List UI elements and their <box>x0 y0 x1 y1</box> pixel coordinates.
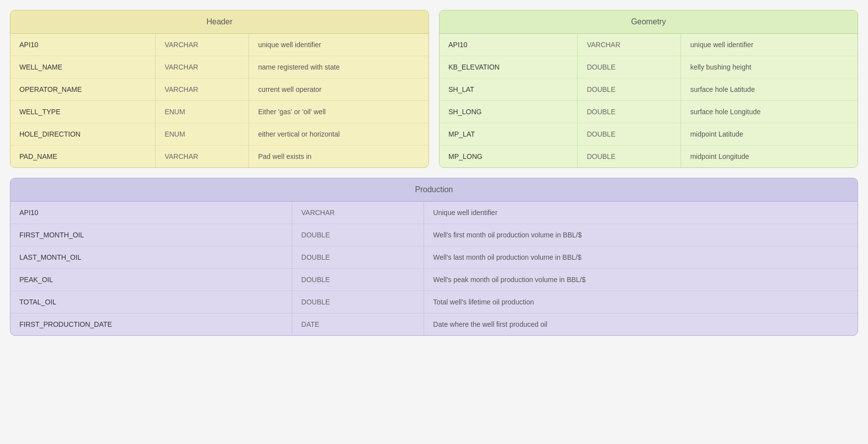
table-row: OPERATOR_NAMEVARCHARcurrent well operato… <box>10 78 429 101</box>
geometry-table: Geometry API10VARCHARunique well identif… <box>439 10 858 168</box>
field-type: DOUBLE <box>578 56 681 78</box>
field-description: unique well identifier <box>249 34 429 56</box>
header-table-title: Header <box>10 10 429 34</box>
table-row: WELL_TYPEENUMEither 'gas' or 'oil' well <box>10 101 429 123</box>
table-row: MP_LONGDOUBLEmidpoint Longitude <box>439 146 858 168</box>
field-name: MP_LONG <box>439 146 578 168</box>
field-description: kelly bushing height <box>681 56 858 78</box>
field-type: VARCHAR <box>292 202 424 224</box>
field-name: LAST_MONTH_OIL <box>10 246 292 269</box>
field-name: TOTAL_OIL <box>10 291 292 313</box>
field-description: midpoint Longitude <box>681 146 858 168</box>
field-name: SH_LAT <box>439 78 578 101</box>
field-type: VARCHAR <box>578 34 681 56</box>
field-type: VARCHAR <box>156 146 249 168</box>
table-row: PEAK_OILDOUBLEWell's peak month oil prod… <box>10 269 858 291</box>
field-type: DOUBLE <box>292 246 424 269</box>
field-name: API10 <box>10 202 292 224</box>
table-row: MP_LATDOUBLEmidpoint Latitude <box>439 123 858 146</box>
field-name: PAD_NAME <box>10 146 156 168</box>
field-name: API10 <box>10 34 156 56</box>
field-description: Total well's lifetime oil production <box>424 291 858 313</box>
field-description: Pad well exists in <box>249 146 429 168</box>
table-row: API10VARCHARunique well identifier <box>439 34 858 56</box>
field-description: current well operator <box>249 78 429 101</box>
field-type: ENUM <box>156 101 249 123</box>
field-description: Well's peak month oil production volume … <box>424 269 858 291</box>
field-type: VARCHAR <box>156 56 249 78</box>
field-type: VARCHAR <box>156 34 249 56</box>
field-description: Either 'gas' or 'oil' well <box>249 101 429 123</box>
table-row: LAST_MONTH_OILDOUBLEWell's last month oi… <box>10 246 858 269</box>
field-type: DOUBLE <box>292 291 424 313</box>
field-type: DATE <box>292 313 424 336</box>
field-name: KB_ELEVATION <box>439 56 578 78</box>
table-row: SH_LONGDOUBLEsurface hole Longitude <box>439 101 858 123</box>
production-table-title: Production <box>10 178 858 202</box>
field-name: PEAK_OIL <box>10 269 292 291</box>
table-row: HOLE_DIRECTIONENUMeither vertical or hor… <box>10 123 429 146</box>
field-description: Well's last month oil production volume … <box>424 246 858 269</box>
field-name: FIRST_PRODUCTION_DATE <box>10 313 292 336</box>
table-row: KB_ELEVATIONDOUBLEkelly bushing height <box>439 56 858 78</box>
field-description: either vertical or horizontal <box>249 123 429 146</box>
field-name: HOLE_DIRECTION <box>10 123 156 146</box>
field-type: DOUBLE <box>292 269 424 291</box>
geometry-table-title: Geometry <box>439 10 858 34</box>
field-description: Well's first month oil production volume… <box>424 224 858 246</box>
field-name: MP_LAT <box>439 123 578 146</box>
table-row: SH_LATDOUBLEsurface hole Latitude <box>439 78 858 101</box>
field-type: DOUBLE <box>292 224 424 246</box>
field-name: SH_LONG <box>439 101 578 123</box>
field-type: DOUBLE <box>578 78 681 101</box>
field-name: WELL_TYPE <box>10 101 156 123</box>
field-name: FIRST_MONTH_OIL <box>10 224 292 246</box>
field-description: Date where the well first produced oil <box>424 313 858 336</box>
production-table: Production API10VARCHARUnique well ident… <box>10 178 858 336</box>
field-description: surface hole Latitude <box>681 78 858 101</box>
table-row: PAD_NAMEVARCHARPad well exists in <box>10 146 429 168</box>
table-row: FIRST_PRODUCTION_DATEDATEDate where the … <box>10 313 858 336</box>
table-row: FIRST_MONTH_OILDOUBLEWell's first month … <box>10 224 858 246</box>
table-row: API10VARCHARUnique well identifier <box>10 202 858 224</box>
field-type: ENUM <box>156 123 249 146</box>
table-row: WELL_NAMEVARCHARname registered with sta… <box>10 56 429 78</box>
field-description: Unique well identifier <box>424 202 858 224</box>
header-table: Header API10VARCHARunique well identifie… <box>10 10 429 168</box>
table-row: API10VARCHARunique well identifier <box>10 34 429 56</box>
field-type: DOUBLE <box>578 146 681 168</box>
field-name: WELL_NAME <box>10 56 156 78</box>
field-type: DOUBLE <box>578 123 681 146</box>
field-name: OPERATOR_NAME <box>10 78 156 101</box>
table-row: TOTAL_OILDOUBLETotal well's lifetime oil… <box>10 291 858 313</box>
field-name: API10 <box>439 34 578 56</box>
field-type: DOUBLE <box>578 101 681 123</box>
field-type: VARCHAR <box>156 78 249 101</box>
field-description: surface hole Longitude <box>681 101 858 123</box>
field-description: unique well identifier <box>681 34 858 56</box>
field-description: midpoint Latitude <box>681 123 858 146</box>
field-description: name registered with state <box>249 56 429 78</box>
